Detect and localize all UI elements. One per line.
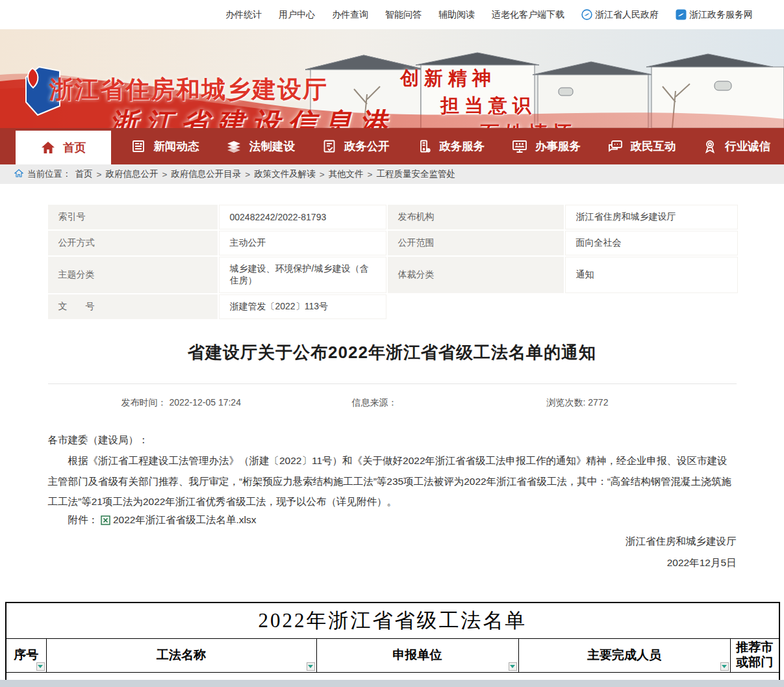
filter-icon[interactable] <box>509 662 517 671</box>
topbar-link-zj-service[interactable]: 浙江政务服务网 <box>676 9 753 21</box>
nav-label-legal: 法制建设 <box>249 138 295 154</box>
view-count-label: 浏览次数: <box>547 397 586 408</box>
crumb-gov-info-catalog[interactable]: 政府信息公开目录 <box>171 168 241 180</box>
nav-label-gov-service: 政务服务 <box>439 138 485 154</box>
meta-empty-cell <box>388 294 564 319</box>
zj-gov-logo-icon <box>581 9 592 20</box>
article-content: 索引号 002482242/2022-81793 发布机构 浙江省住房和城乡建设… <box>48 205 737 573</box>
meta-value-open-mode: 主动公开 <box>219 231 386 255</box>
filter-icon[interactable] <box>36 662 45 671</box>
nav-item-gov-service[interactable]: 政务服务 <box>403 128 499 164</box>
crumb-quality-dept[interactable]: 工程质量安全监管处 <box>376 168 455 180</box>
header-banner: 浙江省住房和城乡建设厅 浙江省建设信息港 创新精神 担当意识 百姓情怀 <box>0 29 784 128</box>
signature-org: 浙江省住房和城乡建设厅 <box>48 531 737 552</box>
breadcrumb-home-icon <box>14 169 23 179</box>
topbar-link-stats[interactable]: 办件统计 <box>225 9 262 21</box>
breadcrumb-separator: > <box>97 170 102 179</box>
breadcrumb: 当前位置： 首页 > 政府信息公开 > 政府信息公开目录 > 政策文件及解读 >… <box>0 164 784 184</box>
nav-label-integrity: 行业诚信 <box>725 138 770 154</box>
crumb-home[interactable]: 首页 <box>75 168 93 180</box>
publish-time: 发布时间： 2022-12-05 17:24 <box>121 397 352 409</box>
col-header-name: 工法名称 <box>46 638 316 672</box>
topbar-link-zj-gov[interactable]: 浙江省人民政府 <box>581 9 659 21</box>
monitor-people-icon <box>511 138 528 154</box>
topbar-link-smart-qa[interactable]: 智能问答 <box>385 9 422 21</box>
nav-item-gov-open[interactable]: 政务公开 <box>308 128 403 164</box>
topbar-link-query[interactable]: 办件查询 <box>332 9 368 21</box>
meta-label-open-scope: 公开范围 <box>388 231 564 255</box>
nav-label-interaction: 政民互动 <box>631 138 676 154</box>
worklist-title: 2022年浙江省省级工法名单 <box>6 603 779 638</box>
worklist-table-wrap: 2022年浙江省省级工法名单 序号 工法名称 申报单位 主要完成人员 推荐市或部… <box>5 602 779 687</box>
meta-value-topic: 城乡建设、环境保护/城乡建设（含住房） <box>219 257 386 293</box>
banner-slogan-innovation: 创新精神 <box>400 66 496 92</box>
attachment-link[interactable]: 2022年浙江省省级工法名单.xlsx <box>113 513 256 527</box>
meta-label-issuer: 发布机构 <box>388 205 564 229</box>
nav-item-home[interactable]: 首页 <box>16 131 111 164</box>
meta-value-open-scope: 面向全社会 <box>565 231 738 255</box>
attachment-line: 附件： 2022年浙江省省级工法名单.xlsx <box>48 513 737 527</box>
breadcrumb-separator: > <box>320 170 325 179</box>
meta-label-doc-number: 文 号 <box>48 294 218 319</box>
body-paragraph: 根据《浙江省工程建设工法管理办法》（浙建〔2022〕11号）和《关于做好2022… <box>48 450 737 512</box>
topbar-link-elder-client[interactable]: 适老化客户端下载 <box>492 9 564 21</box>
crumb-policy-docs[interactable]: 政策文件及解读 <box>254 168 316 180</box>
document-check-icon <box>322 138 337 154</box>
meta-value-genre: 通知 <box>565 257 738 293</box>
breadcrumb-prefix: 当前位置： <box>27 168 71 180</box>
breadcrumb-separator: > <box>245 170 250 179</box>
doc-meta-table: 索引号 002482242/2022-81793 发布机构 浙江省住房和城乡建设… <box>48 205 737 319</box>
nav-item-news[interactable]: 新闻动态 <box>118 128 213 164</box>
main-nav: 首页 新闻动态 法制建设 政务公开 政务服务 办事服务 政民互动 <box>0 128 784 164</box>
meta-value-index: 002482242/2022-81793 <box>219 205 386 229</box>
nav-item-integrity[interactable]: 行业诚信 <box>689 128 784 164</box>
books-stack-icon <box>225 138 242 154</box>
info-source-label: 信息来源： <box>352 397 398 408</box>
meta-label-genre: 体裁分类 <box>388 257 564 293</box>
col-header-org: 申报单位 <box>316 638 518 672</box>
medal-icon <box>702 138 718 154</box>
nav-label-work-service: 办事服务 <box>535 138 581 154</box>
nav-label-home: 首页 <box>63 140 86 155</box>
crumb-other-docs[interactable]: 其他文件 <box>329 168 364 180</box>
zj-gov-label: 浙江省人民政府 <box>595 9 659 21</box>
col-header-no: 序号 <box>6 638 46 672</box>
publish-time-label: 发布时间： <box>121 397 167 408</box>
kiosk-gear-icon <box>416 138 432 154</box>
filter-icon[interactable] <box>307 662 315 671</box>
title-divider <box>48 383 737 384</box>
nav-item-legal[interactable]: 法制建设 <box>212 128 308 164</box>
nav-item-interaction[interactable]: 政民互动 <box>594 128 689 164</box>
banner-slogan-responsibility: 担当意识 <box>440 93 537 119</box>
zj-service-logo-icon <box>676 9 687 20</box>
signature-date: 2022年12月5日 <box>48 552 737 574</box>
col-header-city: 推荐市或部门 <box>730 638 779 672</box>
zj-service-label: 浙江政务服务网 <box>689 9 753 21</box>
breadcrumb-separator: > <box>162 170 167 179</box>
banner-org-name: 浙江省住房和城乡建设厅 <box>49 73 328 106</box>
topbar-link-assist-reading[interactable]: 辅助阅读 <box>438 9 475 21</box>
attachment-label: 附件： <box>68 513 99 527</box>
meta-empty-cell <box>565 294 738 319</box>
salutation: 各市建委（建设局）： <box>48 430 737 450</box>
info-source: 信息来源： <box>352 397 547 409</box>
view-count-value: 2772 <box>588 397 608 408</box>
article-meta-row: 发布时间： 2022-12-05 17:24 信息来源： 浏览次数: 2772 <box>48 397 737 409</box>
filter-icon[interactable] <box>720 662 729 671</box>
excel-file-icon <box>101 515 110 525</box>
col-header-people: 主要完成人员 <box>518 638 730 672</box>
nav-item-work-service[interactable]: 办事服务 <box>498 128 594 164</box>
top-utility-bar: 办件统计 用户中心 办件查询 智能问答 辅助阅读 适老化客户端下载 浙江省人民政… <box>0 0 784 29</box>
publish-time-value: 2022-12-05 17:24 <box>169 397 241 408</box>
meta-label-open-mode: 公开方式 <box>48 231 218 255</box>
nav-label-gov-open: 政务公开 <box>344 138 390 154</box>
view-count: 浏览次数: 2772 <box>547 397 609 409</box>
topbar-link-user-center[interactable]: 用户中心 <box>279 9 315 21</box>
banner-site-name: 浙江省建设信息港 <box>109 105 395 128</box>
meta-value-doc-number: 浙建管发〔2022〕113号 <box>219 294 386 319</box>
breadcrumb-separator: > <box>368 170 373 179</box>
meta-label-topic: 主题分类 <box>48 257 218 293</box>
signature-block: 浙江省住房和城乡建设厅 2022年12月5日 <box>48 531 737 573</box>
meta-label-index: 索引号 <box>48 205 218 229</box>
crumb-gov-info[interactable]: 政府信息公开 <box>105 168 158 180</box>
